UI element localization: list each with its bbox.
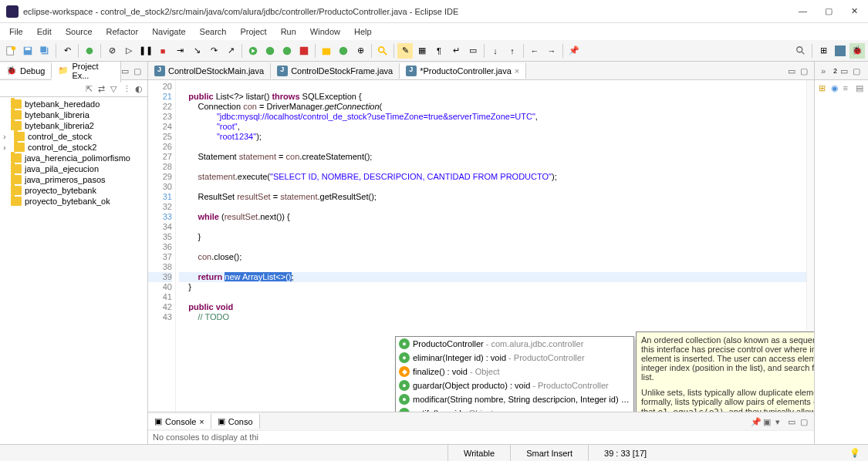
- prev-annotation-button[interactable]: ↑: [505, 43, 520, 59]
- vars-icon[interactable]: ⊞: [819, 83, 828, 93]
- minimize-view-icon[interactable]: ▭: [121, 66, 130, 76]
- search-button[interactable]: [375, 43, 390, 59]
- debug-perspective-button[interactable]: 🐞: [849, 43, 865, 59]
- undo-button[interactable]: ↶: [59, 43, 75, 59]
- open-type-button[interactable]: ⊕: [353, 43, 368, 59]
- svg-point-8: [266, 46, 275, 55]
- skip-breakpoints-button[interactable]: ⊘: [104, 43, 120, 59]
- autocomplete-item[interactable]: ●ProductoController - com.alura.jdbc.con…: [396, 337, 633, 351]
- editor-tab[interactable]: ControlDeStockMain.java: [148, 63, 271, 79]
- folder-icon: [11, 197, 22, 206]
- toggle-mark-button[interactable]: ✎: [397, 43, 413, 59]
- menu-run[interactable]: Run: [275, 25, 302, 38]
- open-perspective-button[interactable]: ⊞: [816, 43, 831, 59]
- folder-icon: [11, 110, 22, 119]
- save-all-button[interactable]: [37, 43, 52, 59]
- link-editor-icon[interactable]: ⇄: [98, 84, 107, 93]
- svg-rect-11: [323, 48, 331, 55]
- debug-button[interactable]: [82, 43, 97, 59]
- expand-arrow-icon[interactable]: ›: [3, 143, 11, 152]
- filter-icon[interactable]: ▽: [110, 84, 120, 93]
- minimize-console-icon[interactable]: ▭: [788, 417, 797, 426]
- tree-item: bytebank_libreria: [2, 109, 146, 120]
- autocomplete-popup: ●ProductoController - com.alura.jdbc.con…: [395, 336, 634, 412]
- toggle-word-wrap-button[interactable]: ↵: [448, 43, 464, 59]
- java-perspective-button[interactable]: [833, 43, 848, 59]
- new-button[interactable]: [3, 43, 19, 59]
- forward-button[interactable]: →: [544, 43, 559, 59]
- step-over-button[interactable]: ↷: [206, 43, 221, 59]
- menu-window[interactable]: Window: [304, 25, 346, 38]
- menu-file[interactable]: File: [3, 25, 29, 38]
- coverage-button[interactable]: [279, 43, 295, 59]
- menu-edit[interactable]: Edit: [31, 25, 58, 38]
- autocomplete-item[interactable]: ◆finalize() : void - Object: [396, 365, 633, 379]
- autocomplete-item[interactable]: ●guardar(Object producto) : void - Produ…: [396, 379, 633, 392]
- close-button[interactable]: ✕: [851, 6, 862, 17]
- autocomplete-item[interactable]: ●eliminar(Integer id) : void - ProductoC…: [396, 351, 633, 365]
- open-console-icon[interactable]: ▾: [775, 417, 785, 426]
- new-package-button[interactable]: [319, 43, 334, 59]
- maximize-button[interactable]: ▢: [825, 6, 836, 17]
- pin-button[interactable]: 📌: [566, 43, 582, 59]
- collapse-all-icon[interactable]: ⇱: [86, 84, 95, 93]
- resume-button[interactable]: ▷: [121, 43, 137, 59]
- minimize-editor-icon[interactable]: ▭: [788, 66, 797, 76]
- show-whitespace-button[interactable]: ¶: [431, 43, 447, 59]
- tip-icon[interactable]: 💡: [849, 448, 868, 458]
- maximize-console-icon[interactable]: ▢: [800, 417, 809, 426]
- quick-access-button[interactable]: [793, 43, 809, 59]
- maximize-view-icon[interactable]: ▢: [133, 66, 143, 76]
- expressions-icon[interactable]: ≡: [843, 83, 853, 93]
- project-tree[interactable]: bytebank_heredado bytebank_libreria byte…: [0, 97, 147, 444]
- step-return-button[interactable]: ↗: [223, 43, 238, 59]
- run-debug-button[interactable]: [262, 43, 278, 59]
- editor-tab[interactable]: ControlDeStockFrame.java: [271, 63, 400, 79]
- console-tab[interactable]: ▣ Console ×: [148, 414, 211, 429]
- editor-panel: ControlDeStockMain.java ControlDeStockFr…: [148, 62, 814, 444]
- pin-console-icon[interactable]: 📌: [751, 417, 760, 426]
- next-annotation-button[interactable]: ↓: [488, 43, 503, 59]
- step-into-button[interactable]: ↘: [189, 43, 204, 59]
- main-toolbar: ↶ ⊘ ▷ ❚❚ ■ ⇥ ↘ ↷ ↗ ⊕ ✎ ▦ ¶ ↵ ▭ ↓ ↑ ← → 📌…: [0, 40, 868, 62]
- run-button[interactable]: [245, 43, 261, 59]
- outline-min-icon[interactable]: »: [821, 66, 830, 76]
- debug-view-tab[interactable]: 🐞Debug: [0, 63, 52, 78]
- menu-bar: File Edit Source Refactor Navigate Searc…: [0, 23, 868, 40]
- external-tools-button[interactable]: [296, 43, 312, 59]
- suspend-button[interactable]: ❚❚: [138, 43, 154, 59]
- autocomplete-item[interactable]: ●notify() : void - Object: [396, 406, 633, 412]
- view-menu-icon[interactable]: ⋮: [123, 84, 132, 93]
- menu-source[interactable]: Source: [59, 25, 99, 38]
- outline-max-icon[interactable]: ▢: [853, 66, 862, 76]
- menu-project[interactable]: Project: [234, 25, 272, 38]
- svg-point-13: [379, 46, 384, 52]
- toggle-block-button[interactable]: ▦: [414, 43, 430, 59]
- save-button[interactable]: [20, 43, 35, 59]
- focus-task-icon[interactable]: ◐: [135, 84, 144, 93]
- editor-tab-active[interactable]: *ProductoController.java×: [400, 63, 526, 79]
- outline-icon[interactable]: ▤: [856, 83, 865, 93]
- new-class-button[interactable]: [336, 43, 351, 59]
- console-tab-2[interactable]: ▣ Conso: [211, 414, 260, 429]
- project-explorer-tab[interactable]: 📁Project Ex...: [52, 62, 121, 82]
- menu-navigate[interactable]: Navigate: [146, 25, 191, 38]
- menu-help[interactable]: Help: [348, 25, 378, 38]
- breakpoints-icon[interactable]: ◉: [831, 83, 840, 93]
- autocomplete-item[interactable]: ●modificar(String nombre, String descrip…: [396, 392, 633, 406]
- back-button[interactable]: ←: [527, 43, 542, 59]
- code-editor[interactable]: 2021222324252627282930313233343536373839…: [148, 80, 814, 412]
- menu-refactor[interactable]: Refactor: [100, 25, 145, 38]
- tree-item: proyecto_bytebank_ok: [2, 196, 146, 207]
- expand-arrow-icon[interactable]: ›: [3, 132, 11, 141]
- display-console-icon[interactable]: ▣: [763, 417, 772, 426]
- terminate-button[interactable]: ■: [155, 43, 171, 59]
- outline-restore-icon[interactable]: ▭: [840, 66, 849, 76]
- minimize-button[interactable]: —: [799, 6, 809, 17]
- disconnect-button[interactable]: ⇥: [172, 43, 187, 59]
- selection-mode-button[interactable]: ▭: [465, 43, 481, 59]
- maximize-editor-icon[interactable]: ▢: [800, 66, 809, 76]
- menu-search[interactable]: Search: [194, 25, 233, 38]
- autocomplete-list[interactable]: ●ProductoController - com.alura.jdbc.con…: [396, 337, 633, 412]
- close-tab-icon[interactable]: ×: [515, 66, 519, 76]
